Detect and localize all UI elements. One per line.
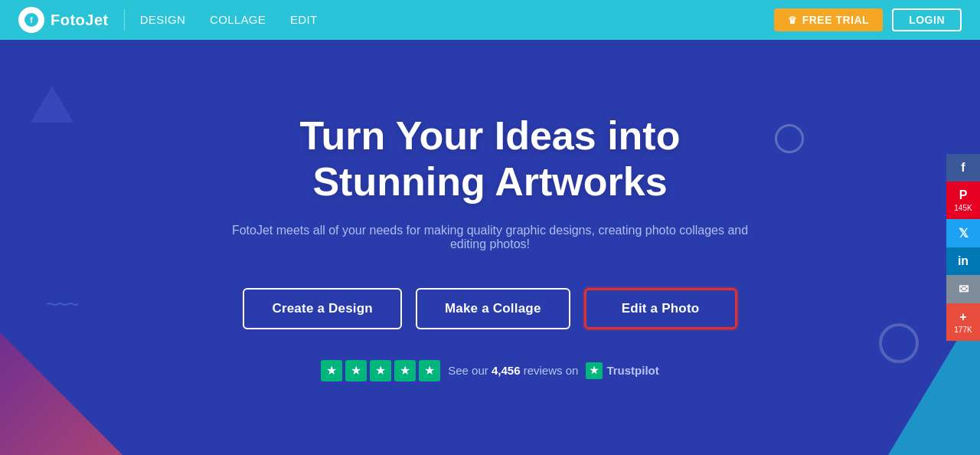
pinterest-icon: P: [959, 188, 968, 202]
nav-links: DESIGN COLLAGE EDIT: [140, 13, 318, 27]
social-email-button[interactable]: ✉: [946, 275, 980, 303]
deco-circle-right: [775, 124, 804, 153]
facebook-icon: f: [961, 161, 965, 175]
edit-photo-button[interactable]: Edit a Photo: [584, 288, 737, 329]
deco-triangle-top-left: [31, 86, 74, 123]
nav-edit[interactable]: EDIT: [290, 13, 317, 26]
nav-collage[interactable]: COLLAGE: [210, 13, 266, 26]
trustpilot-logo: ★ Trustpilot: [586, 362, 658, 379]
twitter-icon: 𝕏: [959, 226, 969, 241]
trustpilot-star-icon: ★: [586, 362, 603, 379]
crown-icon: ♛: [788, 15, 798, 26]
social-sidebar: f P 145K 𝕏 in ✉ + 177K: [946, 154, 980, 341]
social-twitter-button[interactable]: 𝕏: [946, 219, 980, 247]
star-5: ★: [419, 360, 440, 381]
navbar: f FotoJet DESIGN COLLAGE EDIT ♛ FREE TRI…: [0, 0, 980, 40]
make-collage-button[interactable]: Make a Collage: [416, 288, 570, 329]
hero-content: Turn Your Ideas into Stunning Artworks F…: [230, 113, 750, 381]
plus-count: 177K: [954, 326, 972, 334]
nav-design[interactable]: DESIGN: [140, 13, 185, 26]
pinterest-count: 145K: [954, 204, 972, 212]
login-button[interactable]: LOGIN: [892, 8, 962, 31]
trust-count: 4,456: [492, 364, 521, 377]
social-pinterest-button[interactable]: P 145K: [946, 182, 980, 219]
free-trial-label: FREE TRIAL: [802, 14, 869, 26]
social-linkedin-button[interactable]: in: [946, 247, 980, 275]
deco-wave-left: ~~~: [46, 293, 77, 317]
create-design-button[interactable]: Create a Design: [243, 288, 402, 329]
logo-icon: f: [18, 7, 44, 33]
trust-row: ★ ★ ★ ★ ★ See our 4,456 reviews on ★ Tru…: [230, 360, 750, 381]
nav-divider: [124, 9, 125, 31]
deco-circle-bottom-right: [879, 323, 919, 363]
logo-text: FotoJet: [51, 11, 109, 29]
hero-title: Turn Your Ideas into Stunning Artworks: [230, 113, 750, 205]
trust-text: See our 4,456 reviews on: [448, 364, 578, 377]
hero-section: ~~~ Turn Your Ideas into Stunning Artwor…: [0, 40, 980, 455]
hero-buttons: Create a Design Make a Collage Edit a Ph…: [230, 288, 750, 329]
email-icon: ✉: [959, 282, 969, 296]
trust-stars: ★ ★ ★ ★ ★: [321, 360, 440, 381]
plus-icon: +: [959, 310, 966, 324]
social-facebook-button[interactable]: f: [946, 154, 980, 182]
deco-triangle-bottom-left: [0, 332, 122, 455]
star-4: ★: [394, 360, 416, 381]
hero-subtitle: FotoJet meets all of your needs for maki…: [230, 224, 750, 251]
trustpilot-label: Trustpilot: [606, 364, 658, 377]
nav-right: ♛ FREE TRIAL LOGIN: [774, 8, 962, 31]
star-2: ★: [345, 360, 367, 381]
free-trial-button[interactable]: ♛ FREE TRIAL: [774, 8, 883, 31]
star-3: ★: [370, 360, 391, 381]
linkedin-icon: in: [958, 254, 969, 268]
star-1: ★: [321, 360, 342, 381]
social-plus-button[interactable]: + 177K: [946, 303, 980, 341]
logo-link[interactable]: f FotoJet: [18, 7, 109, 33]
